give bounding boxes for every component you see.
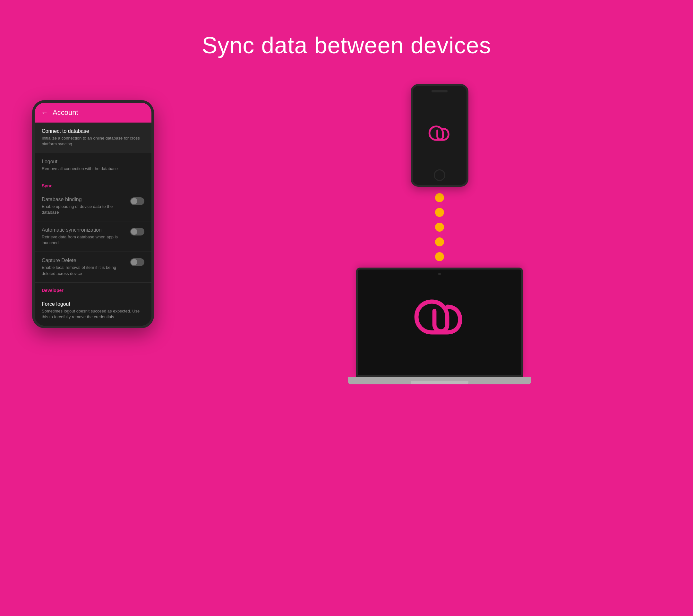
section-label-developer: Developer (35, 283, 152, 296)
logout-title: Logout (42, 159, 144, 164)
device-laptop-wrapper (348, 267, 531, 384)
capture-delete-toggle[interactable] (130, 258, 144, 266)
device-phone (411, 84, 469, 187)
settings-item-capture-delete[interactable]: Capture Delete Enable local removal of i… (35, 252, 152, 282)
section-label-sync: Sync (35, 178, 152, 191)
database-binding-title: Database binding (42, 197, 127, 202)
force-logout-title: Force logout (42, 301, 144, 307)
laptop-app-icon (414, 296, 465, 348)
device-laptop (356, 267, 523, 377)
sync-dot-1 (435, 193, 444, 202)
settings-item-connect-db[interactable]: Connect to database Initialize a connect… (35, 123, 152, 153)
sync-dot-2 (435, 208, 444, 217)
connect-db-subtitle: Initialize a connection to an online dat… (42, 135, 144, 147)
settings-item-logout[interactable]: Logout Remove all connection with the da… (35, 153, 152, 178)
force-logout-subtitle: Sometimes logout doesn't succeed as expe… (42, 308, 144, 320)
devices-illustration (218, 84, 661, 384)
auto-sync-subtitle: Retrieve data from database when app is … (42, 234, 127, 246)
logout-subtitle: Remove all connection with the database (42, 166, 144, 172)
phone-app-icon (428, 124, 451, 146)
database-binding-subtitle: Enable uploading of device data to the d… (42, 204, 127, 215)
sync-dot-3 (435, 223, 444, 232)
capture-delete-subtitle: Enable local removal of item if it is be… (42, 265, 127, 276)
laptop-base (348, 377, 531, 384)
database-binding-toggle[interactable] (130, 197, 144, 205)
auto-sync-title: Automatic synchronization (42, 227, 127, 233)
connect-db-title: Connect to database (42, 128, 144, 134)
phone-settings-panel: ← Account Connect to database Initialize… (32, 84, 154, 328)
account-header: ← Account (35, 103, 152, 123)
settings-item-force-logout[interactable]: Force logout Sometimes logout doesn't su… (35, 296, 152, 326)
settings-list: Connect to database Initialize a connect… (35, 123, 152, 326)
settings-item-database-binding[interactable]: Database binding Enable uploading of dev… (35, 191, 152, 221)
sync-dot-5 (435, 252, 444, 261)
capture-delete-title: Capture Delete (42, 258, 127, 263)
settings-item-auto-sync[interactable]: Automatic synchronization Retrieve data … (35, 221, 152, 252)
account-title: Account (53, 108, 78, 117)
back-button[interactable]: ← (41, 108, 48, 117)
auto-sync-toggle[interactable] (130, 228, 144, 236)
sync-dots (435, 193, 444, 261)
sync-dot-4 (435, 237, 444, 246)
phone-mockup: ← Account Connect to database Initialize… (32, 100, 154, 328)
page-title: Sync data between devices (0, 0, 693, 58)
